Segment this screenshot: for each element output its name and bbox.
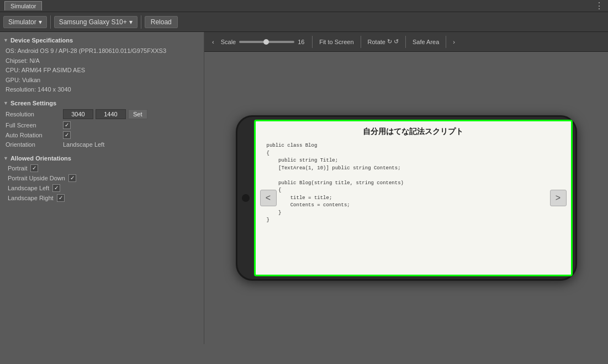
- rotate-ccw-icon: ↺: [394, 38, 399, 45]
- full-screen-label: Full Screen: [6, 122, 61, 129]
- device-dropdown-label: Samsung Galaxy S10+: [59, 18, 127, 26]
- device-dropdown-arrow: ▾: [129, 18, 133, 26]
- rotate-cw-icon: ↻: [387, 38, 392, 45]
- screen-content: 自分用はてな記法スクリプト public class Blog { public…: [256, 121, 571, 275]
- scale-value: 16: [298, 39, 309, 45]
- sim-panel: ‹ Scale 16 Fit to Screen Rotate ↻ ↺ Safe…: [204, 32, 608, 344]
- code-line: {: [267, 187, 560, 195]
- resolution-info: Resolution: 1440 x 3040: [6, 85, 198, 95]
- code-line: Contents = contents;: [267, 202, 560, 210]
- device-specs-header[interactable]: Device Specifications: [0, 35, 204, 45]
- resolution-width-input[interactable]: [63, 109, 93, 119]
- device-specs-title: Device Specifications: [10, 37, 73, 44]
- landscape-right-label: Landscape Right: [8, 195, 54, 201]
- sim-toolbar-sep-2: [361, 36, 361, 48]
- cpu-info: CPU: ARM64 FP ASIMD AES: [6, 66, 198, 76]
- left-panel: Device Specifications OS: Android OS 9 /…: [0, 32, 204, 344]
- full-screen-row: Full Screen: [6, 121, 198, 129]
- reload-button[interactable]: Reload: [145, 16, 178, 28]
- code-block: public class Blog { public string Title;…: [267, 142, 560, 224]
- resolution-height-input[interactable]: [96, 109, 126, 119]
- scale-slider[interactable]: [239, 41, 294, 43]
- chipset-info: Chipset: N/A: [6, 56, 198, 66]
- gpu-info: GPU: Vulkan: [6, 76, 198, 85]
- next-button[interactable]: ›: [450, 37, 458, 47]
- safe-area-label: Safe Area: [413, 39, 439, 45]
- phone-device: < 自分用はてな記法スクリプト public class Blog { publ…: [236, 115, 577, 281]
- portrait-checkbox[interactable]: [30, 164, 38, 172]
- code-line: public Blog(string title, string content…: [267, 180, 560, 188]
- device-container: < 自分用はてな記法スクリプト public class Blog { publ…: [204, 52, 608, 344]
- simulator-tab-label: Simulator: [10, 3, 36, 9]
- auto-rotation-row: Auto Rotation: [6, 131, 198, 139]
- orientation-value: Landscape Left: [63, 141, 104, 148]
- nav-next-button[interactable]: >: [550, 190, 567, 206]
- list-item: Landscape Right: [0, 193, 204, 203]
- code-line: public class Blog: [267, 142, 560, 150]
- landscape-right-checkbox[interactable]: [57, 194, 65, 202]
- screen-area[interactable]: < 自分用はてな記法スクリプト public class Blog { publ…: [254, 120, 573, 276]
- simulator-dropdown-arrow: ▾: [39, 18, 42, 26]
- list-item: Landscape Left: [0, 183, 204, 193]
- list-item: Portrait: [0, 163, 204, 173]
- code-line: {: [267, 150, 560, 158]
- fit-to-screen-button[interactable]: Fit to Screen: [316, 37, 357, 47]
- main-layout: Device Specifications OS: Android OS 9 /…: [0, 32, 608, 344]
- allowed-orientations-header[interactable]: Allowed Orientations: [0, 153, 204, 163]
- fit-to-screen-label: Fit to Screen: [319, 39, 353, 45]
- rotate-button[interactable]: Rotate ↻ ↺: [364, 36, 402, 47]
- nav-prev-button[interactable]: <: [260, 190, 277, 206]
- landscape-left-label: Landscape Left: [8, 185, 49, 191]
- screen-settings-header[interactable]: Screen Settings: [0, 98, 204, 108]
- code-line: public string Title;: [267, 157, 560, 165]
- set-button[interactable]: Set: [128, 109, 147, 119]
- screen-settings-content: Resolution Set Full Screen Auto Rotation…: [0, 108, 204, 153]
- auto-rotation-label: Auto Rotation: [6, 132, 61, 138]
- sim-toolbar: ‹ Scale 16 Fit to Screen Rotate ↻ ↺ Safe…: [204, 32, 608, 52]
- portrait-upside-down-checkbox[interactable]: [68, 174, 76, 182]
- screen-settings-title: Screen Settings: [10, 100, 56, 106]
- title-bar-dots: ⋮: [595, 1, 604, 11]
- code-line: [267, 172, 560, 180]
- resolution-row: Resolution Set: [6, 109, 198, 119]
- reload-label: Reload: [151, 18, 172, 26]
- simulator-tab[interactable]: Simulator: [4, 1, 42, 10]
- toolbar-separator-2: [141, 15, 141, 29]
- code-line: }: [267, 210, 560, 217]
- scale-label: Scale: [221, 39, 236, 45]
- top-toolbar: Simulator ▾ Samsung Galaxy S10+ ▾ Reload: [0, 12, 608, 32]
- rotate-label: Rotate: [368, 39, 385, 45]
- code-line: [TextArea(1, 10)] public string Contents…: [267, 165, 560, 173]
- orientation-label: Orientation: [6, 141, 61, 148]
- device-dropdown[interactable]: Samsung Galaxy S10+ ▾: [54, 16, 138, 28]
- toolbar-separator-1: [50, 15, 51, 29]
- orientation-row: Orientation Landscape Left: [6, 141, 198, 148]
- os-info: OS: Android OS 9 / API-28 (PPR1.180610.0…: [6, 46, 198, 56]
- title-bar: Simulator ⋮: [0, 0, 608, 12]
- nav-right-icon: >: [556, 193, 561, 203]
- landscape-left-checkbox[interactable]: [52, 184, 60, 192]
- resolution-label: Resolution: [6, 111, 61, 117]
- sim-toolbar-sep-3: [405, 36, 406, 48]
- nav-left-icon: <: [266, 193, 271, 203]
- sim-toolbar-sep-1: [312, 36, 313, 48]
- code-line: }: [267, 217, 560, 224]
- device-specs-content: OS: Android OS 9 / API-28 (PPR1.180610.0…: [0, 45, 204, 98]
- full-screen-checkbox[interactable]: [63, 121, 71, 129]
- prev-button[interactable]: ‹: [209, 37, 218, 47]
- portrait-upside-down-label: Portrait Upside Down: [8, 175, 65, 181]
- safe-area-button[interactable]: Safe Area: [409, 37, 442, 47]
- content-title: 自分用はてな記法スクリプト: [267, 127, 560, 137]
- auto-rotation-checkbox[interactable]: [63, 131, 71, 139]
- code-line: title = title;: [267, 195, 560, 202]
- simulator-dropdown[interactable]: Simulator ▾: [3, 16, 47, 28]
- allowed-orientations-list: Portrait Portrait Upside Down Landscape …: [0, 163, 204, 203]
- allowed-orientations-title: Allowed Orientations: [10, 155, 71, 162]
- simulator-dropdown-label: Simulator: [8, 18, 36, 26]
- more-options-icon[interactable]: ⋮: [595, 1, 604, 11]
- portrait-label: Portrait: [8, 165, 27, 172]
- camera-notch: [242, 194, 250, 202]
- list-item: Portrait Upside Down: [0, 173, 204, 183]
- sim-toolbar-sep-4: [446, 36, 446, 48]
